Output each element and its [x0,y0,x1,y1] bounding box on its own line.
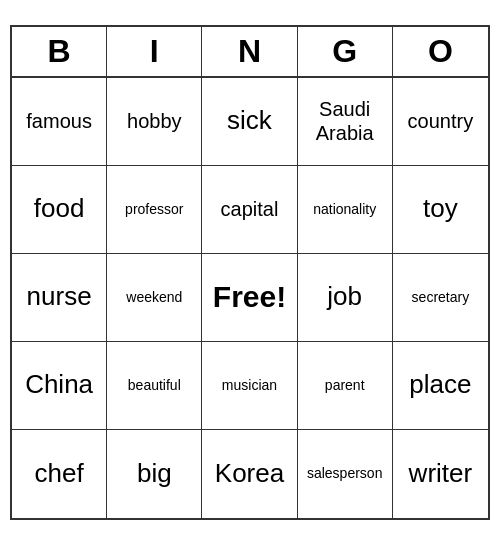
cell-text: place [409,369,471,400]
cell-text: capital [221,197,279,221]
cell-text: Free! [213,279,286,315]
bingo-cell: nationality [298,166,393,254]
cell-text: food [34,193,85,224]
bingo-cell: musician [202,342,297,430]
bingo-cell: Saudi Arabia [298,78,393,166]
bingo-card: BINGO famoushobbysickSaudi Arabiacountry… [10,25,490,520]
bingo-cell: hobby [107,78,202,166]
bingo-cell: salesperson [298,430,393,518]
cell-text: sick [227,105,272,136]
bingo-cell: famous [12,78,107,166]
header-letter: I [107,27,202,76]
cell-text: chef [35,458,84,489]
header-letter: G [298,27,393,76]
bingo-cell: capital [202,166,297,254]
cell-text: salesperson [307,465,383,482]
cell-text: beautiful [128,377,181,394]
bingo-cell: country [393,78,488,166]
bingo-cell: Free! [202,254,297,342]
bingo-grid: famoushobbysickSaudi Arabiacountryfoodpr… [12,78,488,518]
bingo-cell: sick [202,78,297,166]
cell-text: writer [409,458,473,489]
cell-text: weekend [126,289,182,306]
cell-text: professor [125,201,183,218]
bingo-cell: professor [107,166,202,254]
header-letter: B [12,27,107,76]
header-letter: O [393,27,488,76]
header-letter: N [202,27,297,76]
cell-text: toy [423,193,458,224]
bingo-cell: China [12,342,107,430]
bingo-cell: nurse [12,254,107,342]
bingo-cell: big [107,430,202,518]
bingo-cell: writer [393,430,488,518]
bingo-cell: beautiful [107,342,202,430]
cell-text: hobby [127,109,182,133]
bingo-cell: place [393,342,488,430]
bingo-cell: chef [12,430,107,518]
cell-text: famous [26,109,92,133]
bingo-cell: Korea [202,430,297,518]
bingo-cell: job [298,254,393,342]
bingo-header: BINGO [12,27,488,78]
cell-text: Korea [215,458,284,489]
bingo-cell: toy [393,166,488,254]
cell-text: Saudi Arabia [302,97,388,145]
cell-text: musician [222,377,277,394]
bingo-cell: parent [298,342,393,430]
cell-text: job [327,281,362,312]
cell-text: parent [325,377,365,394]
bingo-cell: food [12,166,107,254]
cell-text: big [137,458,172,489]
cell-text: country [408,109,474,133]
cell-text: secretary [412,289,470,306]
bingo-cell: weekend [107,254,202,342]
bingo-cell: secretary [393,254,488,342]
cell-text: nationality [313,201,376,218]
cell-text: nurse [27,281,92,312]
cell-text: China [25,369,93,400]
